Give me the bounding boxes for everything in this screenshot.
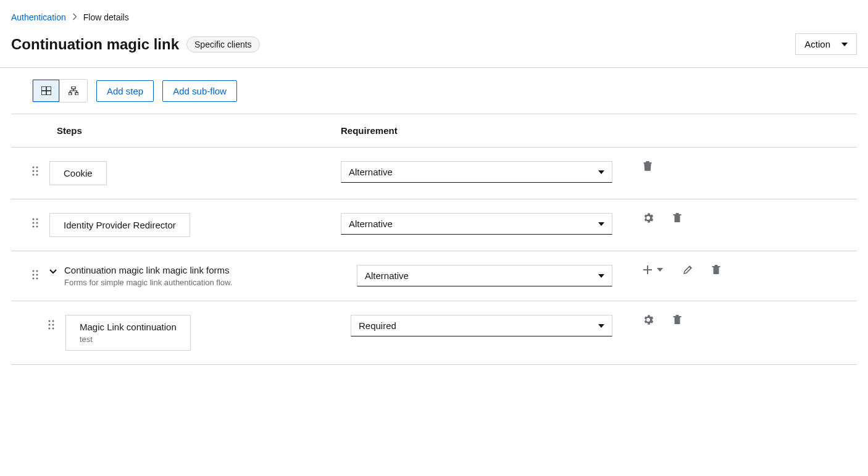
delete-button[interactable]: [673, 213, 682, 223]
plus-icon: [643, 265, 652, 274]
subflow-description: Forms for simple magic link authenticati…: [64, 278, 232, 287]
svg-point-8: [33, 170, 35, 172]
column-steps: Steps: [32, 125, 341, 136]
requirement-value: Alternative: [349, 219, 393, 229]
svg-point-20: [36, 226, 38, 228]
requirement-value: Alternative: [365, 270, 409, 281]
svg-point-38: [52, 328, 54, 330]
step-row-subflow: Continuation magic link magic link forms…: [11, 251, 857, 301]
delete-button[interactable]: [673, 315, 682, 325]
svg-point-36: [52, 324, 54, 326]
svg-rect-22: [674, 214, 682, 215]
edit-button[interactable]: [683, 265, 692, 275]
caret-down-icon: [598, 170, 604, 174]
svg-point-28: [33, 278, 35, 280]
svg-point-7: [36, 167, 38, 169]
gear-icon: [643, 213, 653, 223]
svg-rect-39: [675, 317, 680, 324]
svg-rect-12: [645, 163, 651, 170]
requirement-value: Required: [359, 320, 396, 331]
svg-point-37: [49, 328, 51, 330]
svg-rect-40: [674, 316, 682, 317]
step-chip: Magic Link continuation test: [65, 315, 191, 351]
svg-point-33: [49, 320, 51, 322]
action-menu-button[interactable]: Action: [795, 33, 857, 55]
requirement-value: Alternative: [349, 167, 393, 177]
svg-point-11: [36, 174, 38, 176]
gear-icon: [643, 315, 653, 325]
action-label: Action: [804, 39, 830, 49]
svg-point-25: [36, 270, 38, 272]
svg-point-10: [33, 174, 35, 176]
settings-button[interactable]: [643, 213, 653, 223]
trash-icon: [673, 315, 682, 325]
breadcrumb-current: Flow details: [83, 12, 129, 22]
svg-point-17: [33, 222, 35, 224]
svg-point-24: [33, 270, 35, 272]
svg-rect-5: [75, 93, 78, 95]
svg-rect-4: [69, 93, 72, 95]
drag-handle-icon[interactable]: [32, 213, 38, 228]
step-row: Identity Provider Redirector Alternative: [11, 199, 857, 251]
add-menu-toggle[interactable]: [657, 268, 663, 272]
svg-point-16: [36, 219, 38, 220]
table-header: Steps Requirement: [11, 114, 857, 148]
caret-down-icon: [598, 274, 604, 278]
subflow-name: Continuation magic link magic link forms: [64, 265, 232, 275]
add-subflow-button[interactable]: Add sub-flow: [162, 80, 237, 102]
add-button[interactable]: [643, 265, 652, 274]
usage-badge: Specific clients: [186, 36, 260, 52]
pencil-icon: [683, 265, 692, 275]
svg-point-29: [36, 278, 38, 280]
expand-toggle[interactable]: [49, 265, 57, 276]
settings-button[interactable]: [643, 315, 653, 325]
breadcrumb: Authentication Flow details: [0, 0, 868, 30]
view-toggle-group: [32, 79, 88, 102]
requirement-select[interactable]: Alternative: [341, 161, 612, 183]
svg-rect-13: [644, 162, 652, 164]
svg-point-15: [33, 219, 35, 220]
caret-down-icon: [657, 268, 663, 272]
svg-rect-31: [712, 266, 720, 267]
caret-down-icon: [598, 222, 604, 226]
caret-down-icon: [841, 43, 848, 46]
svg-point-34: [52, 320, 54, 322]
delete-button[interactable]: [712, 265, 720, 275]
delete-button[interactable]: [643, 161, 652, 171]
svg-rect-30: [714, 267, 719, 274]
column-requirement: Requirement: [341, 125, 836, 136]
toolbar: Add step Add sub-flow: [11, 68, 857, 114]
step-chip: Cookie: [49, 161, 107, 185]
diagram-icon: [69, 86, 78, 95]
trash-icon: [643, 161, 652, 171]
svg-rect-3: [72, 86, 75, 89]
svg-point-26: [33, 274, 35, 276]
drag-handle-icon[interactable]: [48, 315, 54, 330]
svg-rect-23: [676, 213, 679, 214]
trash-icon: [673, 213, 682, 223]
page-title: Continuation magic link: [11, 36, 179, 53]
svg-point-6: [33, 167, 35, 169]
add-step-button[interactable]: Add step: [96, 80, 154, 102]
page-header: Continuation magic link Specific clients…: [0, 30, 868, 68]
trash-icon: [712, 265, 720, 275]
drag-handle-icon[interactable]: [32, 265, 38, 280]
diagram-view-toggle[interactable]: [60, 80, 87, 102]
breadcrumb-parent[interactable]: Authentication: [11, 12, 66, 22]
drag-handle-icon[interactable]: [32, 161, 38, 176]
requirement-select[interactable]: Alternative: [357, 265, 612, 286]
step-name: Cookie: [64, 168, 93, 178]
chevron-right-icon: [72, 13, 77, 22]
table-view-toggle[interactable]: [33, 80, 60, 102]
step-name: Identity Provider Redirector: [64, 220, 176, 230]
step-name: Magic Link continuation: [80, 322, 177, 332]
step-row: Cookie Alternative: [11, 148, 857, 199]
svg-point-19: [33, 226, 35, 228]
requirement-select[interactable]: Alternative: [341, 213, 612, 235]
svg-rect-14: [646, 161, 649, 162]
caret-down-icon: [598, 324, 604, 328]
svg-rect-32: [715, 265, 718, 266]
step-chip: Identity Provider Redirector: [49, 213, 190, 237]
requirement-select[interactable]: Required: [351, 315, 612, 336]
table-icon: [41, 86, 51, 95]
